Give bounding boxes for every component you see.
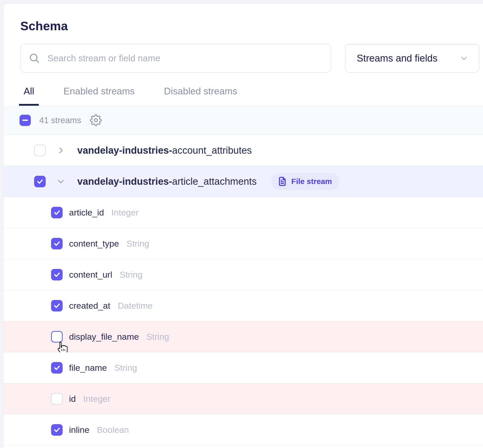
stream-checkbox[interactable] [34, 145, 46, 156]
search-box[interactable] [20, 44, 331, 73]
file-stream-badge-label: File stream [291, 177, 332, 186]
stream-name-prefix: vandelay-industries- [77, 145, 172, 156]
search-icon [28, 52, 40, 64]
field-type: Integer [83, 394, 110, 404]
field-name: id [69, 394, 76, 404]
tab-disabled-streams[interactable]: Disabled streams [159, 86, 242, 105]
field-type: Integer [111, 208, 139, 218]
checkmark-icon [53, 302, 61, 309]
checkmark-icon [53, 240, 61, 247]
field-checkbox[interactable] [51, 300, 63, 311]
field-name: content_type [69, 239, 119, 249]
field-type: String [127, 239, 149, 249]
indeterminate-mark-icon [22, 120, 28, 121]
field-type: String [146, 332, 169, 342]
field-checkbox[interactable] [51, 207, 63, 218]
field-row-content-url[interactable]: content_url String [4, 259, 483, 290]
page-title: Schema [20, 19, 479, 33]
field-name: content_url [69, 270, 112, 280]
controls-row: Streams and fields [20, 44, 479, 73]
field-name: file_name [69, 363, 107, 373]
field-row-article-id[interactable]: article_id Integer [4, 197, 483, 228]
chevron-down-icon [459, 54, 469, 63]
stream-name-suffix: account_attributes [172, 145, 252, 156]
gear-icon [90, 114, 102, 126]
stream-name-suffix: article_attachments [172, 176, 257, 187]
tab-all[interactable]: All [19, 86, 39, 105]
settings-button[interactable] [90, 114, 102, 126]
schema-panel: Schema Streams and fields All Enabled st… [3, 3, 483, 448]
field-checkbox[interactable] [51, 362, 63, 374]
field-row-id[interactable]: id Integer [4, 383, 483, 414]
file-stream-badge: File stream [271, 173, 340, 190]
stream-list: vandelay-industries-account_attributes v… [4, 135, 483, 445]
field-type: Datetime [118, 301, 153, 311]
field-name: article_id [69, 208, 104, 218]
field-row-display-file-name[interactable]: display_file_name String [4, 321, 483, 352]
stream-name: vandelay-industries-account_attributes [77, 145, 252, 156]
field-row-created-at[interactable]: created_at Datetime [4, 290, 483, 321]
field-row-inline[interactable]: inline Boolean [4, 414, 483, 445]
checkmark-icon [36, 178, 44, 185]
view-mode-dropdown[interactable]: Streams and fields [345, 44, 479, 73]
field-name: created_at [69, 301, 110, 311]
collapse-button[interactable] [56, 177, 66, 186]
stream-name: vandelay-industries-article_attachments [77, 176, 257, 187]
stream-row-account-attributes[interactable]: vandelay-industries-account_attributes [4, 135, 483, 166]
field-checkbox[interactable] [51, 238, 63, 249]
chevron-right-icon [56, 145, 66, 155]
stream-row-article-attachments[interactable]: vandelay-industries-article_attachments … [4, 166, 483, 197]
streams-toolbar: 41 streams [4, 106, 483, 135]
select-all-checkbox[interactable] [20, 115, 31, 126]
field-row-content-type[interactable]: content_type String [4, 228, 483, 259]
field-checkbox[interactable] [51, 424, 63, 436]
field-type: String [120, 270, 142, 280]
field-checkbox[interactable] [51, 393, 63, 405]
checkmark-icon [53, 209, 61, 216]
field-checkbox[interactable] [51, 331, 63, 343]
field-checkbox[interactable] [51, 269, 63, 280]
stream-checkbox[interactable] [34, 176, 46, 187]
checkmark-icon [53, 271, 61, 278]
stream-filter-tabs: All Enabled streams Disabled streams [19, 86, 483, 106]
field-name: display_file_name [69, 332, 139, 342]
stream-name-prefix: vandelay-industries- [77, 176, 172, 187]
field-row-file-name[interactable]: file_name String [4, 352, 483, 383]
file-icon [277, 177, 287, 186]
expand-button[interactable] [56, 145, 66, 155]
field-type: String [114, 363, 137, 373]
panel-header: Schema Streams and fields [4, 4, 483, 73]
field-type: Boolean [97, 425, 129, 435]
checkmark-icon [53, 426, 61, 434]
chevron-down-icon [56, 177, 66, 186]
field-name: inline [69, 425, 89, 435]
search-input[interactable] [47, 53, 323, 63]
view-mode-dropdown-value: Streams and fields [357, 53, 438, 64]
checkmark-icon [53, 364, 61, 372]
streams-count: 41 streams [39, 115, 81, 125]
tab-enabled-streams[interactable]: Enabled streams [59, 86, 139, 105]
